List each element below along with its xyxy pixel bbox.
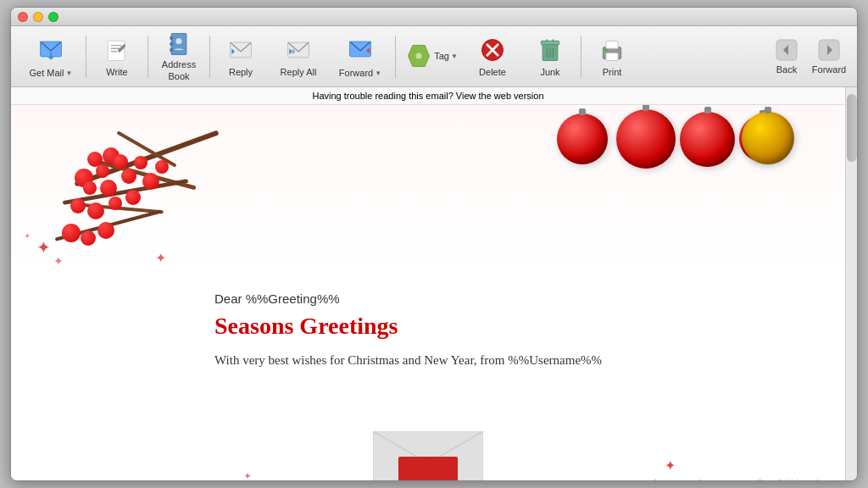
- forward-icon: [345, 34, 376, 64]
- berry-4: [113, 154, 128, 169]
- ornament-2: [616, 109, 676, 169]
- titlebar: [11, 8, 857, 26]
- email-body: ✦ ✦ ✦ ✦ Dear %%Greeting%% Seasons Greeti…: [11, 105, 845, 480]
- sparkle-2: ✦: [53, 254, 64, 268]
- berry-11: [155, 160, 169, 174]
- sparkle-bottom-2: ✦: [652, 477, 659, 480]
- back-nav-button[interactable]: Back: [765, 30, 808, 84]
- email-footer: ✦ ✦ ✦ Image source: directdigitalsolutio…: [11, 427, 845, 480]
- write-button[interactable]: Write: [88, 30, 146, 84]
- reply-all-button[interactable]: Reply All: [270, 30, 327, 84]
- trouble-text: Having trouble reading this email? View …: [312, 91, 543, 101]
- junk-button[interactable]: Junk: [521, 30, 579, 84]
- svg-point-36: [604, 48, 608, 52]
- back-label: Back: [776, 64, 797, 75]
- sparkle-bottom-1: ✦: [665, 458, 676, 474]
- svg-rect-42: [398, 457, 458, 480]
- email-text-section: Dear %%Greeting%% Seasons Greetings With…: [11, 274, 845, 427]
- berry-9: [134, 156, 147, 169]
- tag-label: Tag: [434, 51, 449, 62]
- ornament-1: [557, 114, 608, 164]
- reply-button[interactable]: Reply: [212, 30, 270, 84]
- svg-rect-27: [541, 41, 559, 44]
- sparkle-4: ✦: [155, 250, 166, 266]
- svg-rect-35: [606, 53, 618, 60]
- svg-rect-10: [170, 36, 173, 40]
- back-arrow-icon: [774, 37, 799, 63]
- divider-4: [395, 36, 396, 78]
- write-icon: [102, 35, 132, 65]
- svg-rect-3: [108, 41, 125, 60]
- svg-rect-12: [170, 49, 173, 53]
- berry-18: [97, 222, 114, 239]
- reply-icon: [225, 35, 256, 65]
- print-button[interactable]: Print: [583, 30, 641, 84]
- get-mail-arrow: ▼: [66, 69, 73, 77]
- sparkle-3: ✦: [24, 231, 31, 241]
- forward-arrow: ▼: [375, 69, 381, 77]
- forward-nav-button[interactable]: Forward: [808, 30, 850, 84]
- scroll-thumb[interactable]: [847, 94, 857, 162]
- trouble-bar: Having trouble reading this email? View …: [11, 87, 845, 105]
- ornament-gold: [742, 112, 794, 164]
- email-dear: Dear %%Greeting%%: [214, 291, 820, 306]
- image-source: Image source: directdigitalsolutions: [699, 479, 832, 480]
- toolbar: Get Mail ▼ Write: [11, 26, 857, 87]
- berry-10: [142, 173, 159, 190]
- reply-all-icon: [283, 35, 314, 65]
- forward-button[interactable]: Forward ▼: [327, 30, 393, 84]
- reply-all-label: Reply All: [281, 67, 317, 78]
- print-icon: [597, 35, 627, 65]
- sparkle-1: ✦: [36, 237, 51, 258]
- berry-15: [125, 190, 141, 205]
- junk-icon: [535, 35, 565, 65]
- svg-rect-34: [606, 41, 618, 48]
- junk-label: Junk: [540, 67, 559, 78]
- tag-icon: [403, 41, 434, 71]
- print-label: Print: [603, 67, 622, 78]
- get-mail-button[interactable]: Get Mail ▼: [18, 30, 84, 84]
- close-button[interactable]: [18, 12, 28, 22]
- scrollbar[interactable]: [845, 87, 857, 480]
- get-mail-icon: [36, 34, 66, 64]
- divider-1: [86, 36, 86, 78]
- delete-icon: [477, 35, 508, 65]
- divider-5: [581, 36, 581, 78]
- berry-13: [87, 202, 104, 219]
- get-mail-label: Get Mail: [30, 68, 64, 79]
- berry-16: [62, 224, 81, 242]
- berry-17: [81, 230, 96, 246]
- forward-label: Forward: [339, 68, 373, 79]
- berry-12: [70, 198, 86, 214]
- berry-7: [100, 180, 117, 197]
- forward-nav-label: Forward: [812, 64, 846, 75]
- berry-8: [121, 169, 136, 184]
- divider-2: [147, 36, 148, 78]
- svg-point-22: [416, 53, 422, 58]
- svg-rect-11: [170, 43, 173, 47]
- reply-label: Reply: [229, 67, 253, 78]
- mail-window: Get Mail ▼ Write: [10, 7, 858, 481]
- tag-button[interactable]: Tag ▼: [398, 30, 464, 84]
- delete-label: Delete: [479, 67, 506, 78]
- content-area: Having trouble reading this email? View …: [11, 87, 857, 480]
- berry-3: [96, 164, 109, 178]
- email-body-text: With very best wishes for Christmas and …: [214, 350, 820, 370]
- email-scroll[interactable]: ✦ ✦ ✦ ✦ Dear %%Greeting%% Seasons Greeti…: [11, 105, 845, 480]
- maximize-button[interactable]: [48, 12, 58, 22]
- divider-3: [209, 36, 210, 78]
- ornament-3: [680, 112, 735, 167]
- tag-arrow: ▼: [451, 53, 458, 60]
- address-book-icon: [164, 30, 194, 58]
- svg-point-13: [175, 38, 181, 44]
- minimize-button[interactable]: [33, 12, 43, 22]
- write-label: Write: [106, 67, 127, 78]
- email-pane: Having trouble reading this email? View …: [11, 87, 845, 480]
- address-book-label: Address Book: [152, 59, 206, 81]
- berry-6: [83, 181, 97, 195]
- delete-button[interactable]: Delete: [464, 30, 521, 84]
- email-greeting: Seasons Greetings: [214, 313, 820, 340]
- email-header-image: ✦ ✦ ✦ ✦: [11, 105, 845, 274]
- address-book-button[interactable]: Address Book: [150, 30, 208, 84]
- sparkle-bottom-3: ✦: [243, 470, 252, 480]
